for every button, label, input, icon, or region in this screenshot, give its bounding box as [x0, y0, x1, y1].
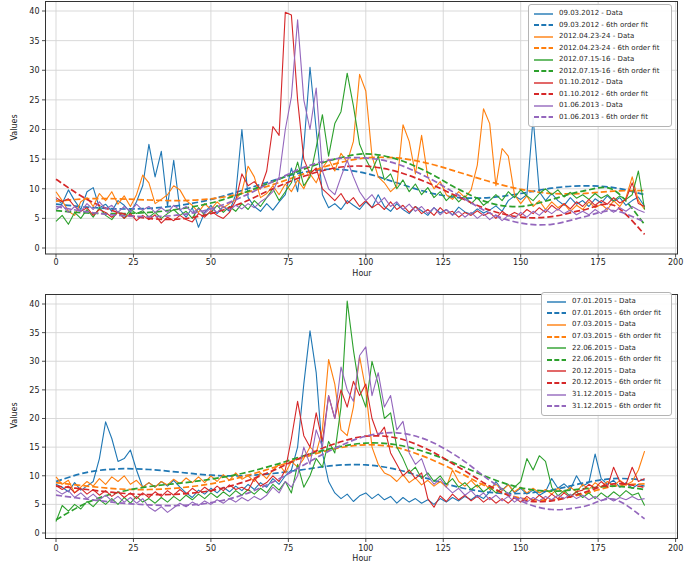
legend-entry: 01.06.2013 - Data [533, 100, 667, 112]
legend-line-sample [546, 344, 567, 352]
top-chart-legend: 09.03.2012 - Data09.03.2012 - 6th order … [528, 4, 672, 127]
legend-label: 31.12.2015 - Data [572, 391, 636, 398]
legend-label: 31.12.2015 - 6th order fit [572, 403, 661, 410]
legend-label: 09.03.2012 - Data [559, 10, 623, 17]
y-tick-label: 15 [29, 443, 39, 452]
y-tick-label: 25 [29, 96, 39, 105]
x-tick-label: 0 [53, 544, 58, 553]
legend-line-sample [546, 356, 567, 364]
legend-label: 07.01.2015 - Data [572, 298, 636, 305]
top-chart-xlabel: Hour [46, 269, 678, 278]
legend-label: 22.06.2015 - Data [572, 345, 636, 352]
x-tick-label: 100 [358, 258, 373, 267]
legend-entry: 20.12.2015 - 6th order fit [546, 377, 667, 389]
legend-entry: 31.12.2015 - 6th order fit [546, 400, 667, 412]
x-tick-label: 150 [513, 258, 528, 267]
x-tick-label: 175 [591, 544, 606, 553]
legend-label: 01.06.2013 - Data [559, 102, 623, 109]
x-tick-label: 0 [53, 258, 58, 267]
bottom-chart-xlabel: Hour [46, 554, 678, 563]
y-tick-label: 0 [34, 244, 39, 253]
series-line-1-5 [56, 443, 645, 520]
y-tick-label: 10 [29, 472, 39, 481]
legend-label: 2012.07.15-16 - 6th order fit [559, 68, 659, 75]
legend-line-sample [533, 79, 554, 87]
legend-line-sample [533, 21, 554, 29]
legend-label: 2012.04.23-24 - 6th order fit [559, 45, 659, 52]
series-line-0-3 [56, 157, 645, 201]
bottom-chart-ylabel: Values [10, 386, 19, 446]
legend-line-sample [533, 67, 554, 75]
x-tick-label: 100 [358, 544, 373, 553]
legend-label: 20.12.2015 - 6th order fit [572, 379, 661, 386]
x-tick-label: 125 [436, 258, 451, 267]
legend-line-sample [533, 113, 554, 121]
legend-line-sample [546, 367, 567, 375]
x-tick-label: 75 [283, 258, 293, 267]
x-tick-label: 200 [668, 258, 683, 267]
y-tick-label: 20 [29, 414, 39, 423]
y-tick-label: 35 [29, 329, 39, 338]
legend-line-sample [546, 391, 567, 399]
legend-line-sample [533, 90, 554, 98]
legend-label: 01.06.2013 - 6th order fit [559, 114, 648, 121]
legend-label: 07.01.2015 - 6th order fit [572, 310, 661, 317]
legend-line-sample [533, 10, 554, 18]
y-tick-label: 0 [34, 529, 39, 538]
legend-entry: 2012.04.23-24 - Data [533, 31, 667, 43]
legend-entry: 2012.07.15-16 - 6th order fit [533, 66, 667, 78]
y-tick-label: 10 [29, 185, 39, 194]
x-tick-label: 200 [668, 544, 683, 553]
legend-label: 01.10.2012 - 6th order fit [559, 91, 648, 98]
x-tick-label: 50 [206, 258, 216, 267]
legend-line-sample [546, 379, 567, 387]
legend-entry: 2012.07.15-16 - Data [533, 54, 667, 66]
legend-entry: 09.03.2012 - Data [533, 8, 667, 20]
legend-entry: 01.10.2012 - Data [533, 77, 667, 89]
legend-label: 09.03.2012 - 6th order fit [559, 22, 648, 29]
legend-label: 07.03.2015 - 6th order fit [572, 333, 661, 340]
x-tick-label: 175 [591, 258, 606, 267]
top-chart-ylabel: Values [10, 98, 19, 158]
legend-label: 01.10.2012 - Data [559, 79, 623, 86]
y-tick-label: 15 [29, 155, 39, 164]
legend-entry: 22.06.2015 - 6th order fit [546, 354, 667, 366]
legend-line-sample [546, 298, 567, 306]
legend-line-sample [546, 333, 567, 341]
x-tick-label: 25 [128, 258, 138, 267]
y-tick-label: 35 [29, 37, 39, 46]
legend-line-sample [533, 102, 554, 110]
legend-label: 07.03.2015 - Data [572, 321, 636, 328]
x-tick-label: 75 [283, 544, 293, 553]
legend-label: 22.06.2015 - 6th order fit [572, 356, 661, 363]
legend-line-sample [546, 402, 567, 410]
y-tick-label: 40 [29, 7, 39, 16]
legend-entry: 07.03.2015 - Data [546, 319, 667, 331]
legend-entry: 07.01.2015 - Data [546, 296, 667, 308]
legend-entry: 09.03.2012 - 6th order fit [533, 20, 667, 32]
legend-label: 2012.04.23-24 - Data [559, 33, 634, 40]
legend-entry: 2012.04.23-24 - 6th order fit [533, 43, 667, 55]
x-tick-label: 150 [513, 544, 528, 553]
figure: 0255075100125150175200051015202530354002… [0, 0, 685, 566]
legend-line-sample [533, 33, 554, 41]
y-tick-label: 40 [29, 300, 39, 309]
legend-entry: 01.06.2013 - 6th order fit [533, 112, 667, 124]
y-tick-label: 30 [29, 66, 39, 75]
bottom-chart-legend: 07.01.2015 - Data07.01.2015 - 6th order … [541, 292, 672, 416]
y-tick-label: 25 [29, 386, 39, 395]
legend-line-sample [533, 44, 554, 52]
y-tick-label: 5 [34, 214, 39, 223]
legend-entry: 07.03.2015 - 6th order fit [546, 331, 667, 343]
legend-line-sample [533, 56, 554, 64]
x-tick-label: 25 [128, 544, 138, 553]
y-tick-label: 5 [34, 500, 39, 509]
y-tick-label: 30 [29, 357, 39, 366]
legend-line-sample [546, 321, 567, 329]
x-tick-label: 50 [206, 544, 216, 553]
legend-label: 2012.07.15-16 - Data [559, 56, 634, 63]
legend-entry: 07.01.2015 - 6th order fit [546, 308, 667, 320]
legend-entry: 22.06.2015 - Data [546, 342, 667, 354]
legend-entry: 31.12.2015 - Data [546, 389, 667, 401]
legend-line-sample [546, 309, 567, 317]
